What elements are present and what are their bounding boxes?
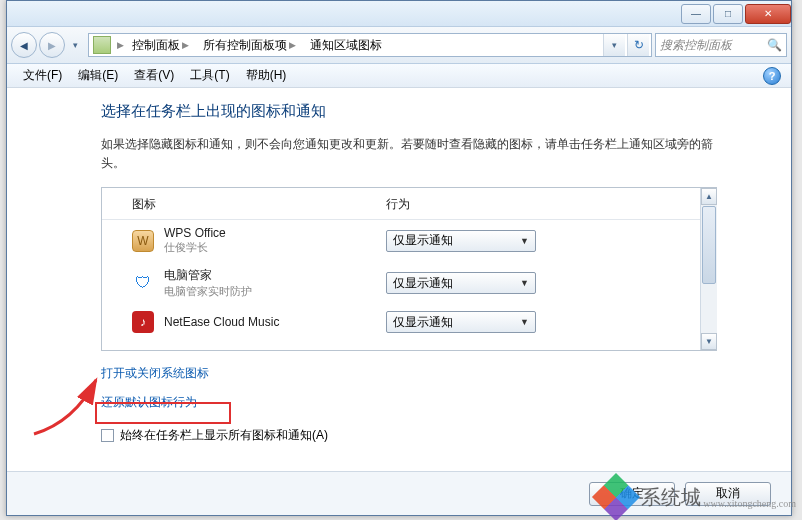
list-item: W WPS Office 仕俊学长 仅显示通知 ▼ — [102, 220, 717, 261]
row-subtitle: 电脑管家实时防护 — [164, 284, 386, 299]
menu-help[interactable]: 帮助(H) — [238, 64, 295, 87]
breadcrumb[interactable]: 所有控制面板项▶ — [197, 34, 304, 56]
column-icon: 图标 — [132, 196, 386, 213]
link-system-icons[interactable]: 打开或关闭系统图标 — [101, 365, 209, 382]
menu-file[interactable]: 文件(F) — [15, 64, 70, 87]
always-show-checkbox[interactable] — [101, 429, 114, 442]
behavior-select[interactable]: 仅显示通知 ▼ — [386, 272, 536, 294]
wps-icon: W — [132, 230, 154, 252]
icon-list: 图标 行为 W WPS Office 仕俊学长 仅显示通知 ▼ 🛡 — [101, 187, 717, 351]
chevron-right-icon: ▶ — [287, 40, 298, 50]
titlebar: — □ ✕ — [7, 1, 791, 27]
refresh-button[interactable] — [627, 34, 649, 56]
netease-icon: ♪ — [132, 311, 154, 333]
forward-button[interactable] — [39, 32, 65, 58]
breadcrumb-label: 控制面板 — [132, 37, 180, 54]
checkbox-row: 始终在任务栏上显示所有图标和通知(A) — [101, 427, 763, 444]
page-title: 选择在任务栏上出现的图标和通知 — [101, 102, 763, 121]
row-title: 电脑管家 — [164, 267, 386, 284]
menu-view[interactable]: 查看(V) — [126, 64, 182, 87]
chevron-down-icon: ▼ — [520, 236, 529, 246]
menubar: 文件(F) 编辑(E) 查看(V) 工具(T) 帮助(H) ? — [7, 64, 791, 88]
page-description: 如果选择隐藏图标和通知，则不会向您通知更改和更新。若要随时查看隐藏的图标，请单击… — [101, 135, 721, 173]
menu-tools[interactable]: 工具(T) — [182, 64, 237, 87]
list-body: W WPS Office 仕俊学长 仅显示通知 ▼ 🛡 电脑管家 电脑管家实时防… — [102, 220, 717, 339]
scrollbar[interactable]: ▲ ▼ — [700, 188, 717, 350]
window-controls: — □ ✕ — [679, 4, 791, 24]
control-panel-window: — □ ✕ ▶ 控制面板▶ 所有控制面板项▶ 通知区域图标 搜索控制面板 🔍 文… — [6, 0, 792, 516]
select-value: 仅显示通知 — [393, 275, 520, 292]
shield-icon: 🛡 — [132, 272, 154, 294]
navbar: ▶ 控制面板▶ 所有控制面板项▶ 通知区域图标 搜索控制面板 🔍 — [7, 27, 791, 64]
chevron-down-icon: ▼ — [520, 317, 529, 327]
list-header: 图标 行为 — [102, 188, 717, 220]
address-bar[interactable]: ▶ 控制面板▶ 所有控制面板项▶ 通知区域图标 — [88, 33, 652, 57]
watermark-url: www.xitongcheng.com — [703, 498, 796, 509]
minimize-button[interactable]: — — [681, 4, 711, 24]
watermark-text: 系统城 — [641, 484, 701, 511]
scroll-track[interactable] — [701, 285, 717, 333]
select-value: 仅显示通知 — [393, 232, 520, 249]
menu-edit[interactable]: 编辑(E) — [70, 64, 126, 87]
back-button[interactable] — [11, 32, 37, 58]
row-subtitle: 仕俊学长 — [164, 240, 386, 255]
help-icon[interactable]: ? — [763, 67, 781, 85]
content-area: 选择在任务栏上出现的图标和通知 如果选择隐藏图标和通知，则不会向您通知更改和更新… — [7, 88, 791, 471]
chevron-right-icon: ▶ — [115, 40, 126, 50]
behavior-select[interactable]: 仅显示通知 ▼ — [386, 230, 536, 252]
maximize-button[interactable]: □ — [713, 4, 743, 24]
row-title: WPS Office — [164, 226, 386, 240]
links-section: 打开或关闭系统图标 还原默认图标行为 始终在任务栏上显示所有图标和通知(A) — [101, 365, 763, 444]
breadcrumb[interactable]: 控制面板▶ — [126, 34, 197, 56]
breadcrumb-label: 所有控制面板项 — [203, 37, 287, 54]
chevron-down-icon: ▼ — [520, 278, 529, 288]
scroll-thumb[interactable] — [702, 206, 716, 284]
address-dropdown[interactable] — [603, 34, 625, 56]
list-item: 🛡 电脑管家 电脑管家实时防护 仅显示通知 ▼ — [102, 261, 717, 305]
list-item: ♪ NetEase Cloud Music 仅显示通知 ▼ — [102, 305, 717, 339]
breadcrumb[interactable]: 通知区域图标 — [304, 34, 388, 56]
behavior-select[interactable]: 仅显示通知 ▼ — [386, 311, 536, 333]
breadcrumb-label: 通知区域图标 — [310, 37, 382, 54]
checkbox-label: 始终在任务栏上显示所有图标和通知(A) — [120, 427, 328, 444]
watermark: 系统城 www.xitongcheng.com — [599, 480, 796, 514]
chevron-right-icon: ▶ — [180, 40, 191, 50]
control-panel-icon — [93, 36, 111, 54]
column-behavior: 行为 — [386, 196, 717, 213]
search-icon: 🔍 — [767, 38, 782, 52]
search-input[interactable]: 搜索控制面板 🔍 — [655, 33, 787, 57]
watermark-logo-icon — [592, 473, 640, 520]
close-button[interactable]: ✕ — [745, 4, 791, 24]
scroll-up-button[interactable]: ▲ — [701, 188, 717, 205]
row-title: NetEase Cloud Music — [164, 315, 386, 329]
search-placeholder: 搜索控制面板 — [660, 37, 732, 54]
scroll-down-button[interactable]: ▼ — [701, 333, 717, 350]
select-value: 仅显示通知 — [393, 314, 520, 331]
link-restore-defaults[interactable]: 还原默认图标行为 — [101, 394, 197, 411]
history-dropdown[interactable] — [67, 33, 83, 58]
